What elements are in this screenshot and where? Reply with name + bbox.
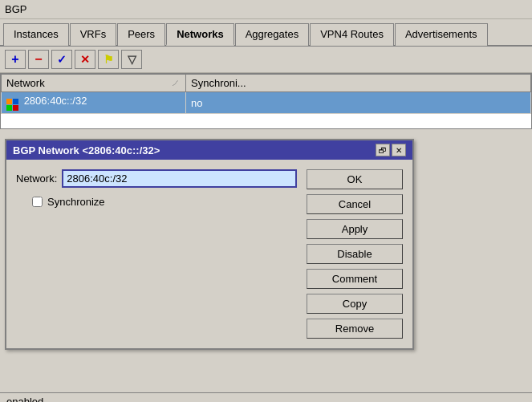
check-icon: ✓ bbox=[57, 53, 67, 66]
x-icon: ✕ bbox=[80, 53, 90, 66]
dialog-right-panel: OK Cancel Apply Disable Comment Copy Rem… bbox=[307, 169, 403, 339]
title-bar: BGP bbox=[0, 0, 532, 19]
tab-vrfs[interactable]: VRFs bbox=[70, 23, 117, 46]
ok-button[interactable]: OK bbox=[307, 169, 403, 189]
disable-button[interactable]: Disable bbox=[307, 244, 403, 264]
tab-networks[interactable]: Networks bbox=[166, 23, 234, 46]
cancel-x-button[interactable]: ✕ bbox=[75, 50, 95, 69]
status-text: enabled bbox=[6, 396, 43, 402]
dialog-body: Network: Synchronize OK Cancel Apply Dis… bbox=[6, 160, 412, 348]
check-button[interactable]: ✓ bbox=[51, 50, 72, 69]
network-squares-icon bbox=[6, 99, 18, 111]
add-icon: + bbox=[11, 52, 18, 67]
toolbar: + − ✓ ✕ ⚑ ▽ bbox=[0, 47, 532, 73]
dialog-title-buttons: 🗗 ✕ bbox=[376, 144, 406, 156]
flag-icon: ⚑ bbox=[104, 53, 114, 66]
main-area: BGP Network <2806:40c::/32> 🗗 ✕ Network:… bbox=[0, 129, 532, 402]
comment-button[interactable]: Comment bbox=[307, 269, 403, 289]
network-icon-group bbox=[6, 99, 21, 111]
remove-button-dialog[interactable]: Remove bbox=[307, 319, 403, 339]
dialog-left-panel: Network: Synchronize bbox=[16, 169, 297, 339]
tab-aggregates[interactable]: Aggregates bbox=[235, 23, 310, 46]
synchronize-checkbox[interactable] bbox=[32, 197, 43, 207]
add-button[interactable]: + bbox=[5, 50, 26, 69]
tab-advertisements[interactable]: Advertisements bbox=[395, 23, 488, 46]
tab-bar: Instances VRFs Peers Networks Aggregates… bbox=[0, 19, 532, 47]
network-label: Network: bbox=[16, 173, 57, 185]
dialog-restore-button[interactable]: 🗗 bbox=[376, 144, 390, 156]
filter-button[interactable]: ▽ bbox=[121, 50, 142, 69]
filter-icon: ▽ bbox=[128, 53, 136, 66]
tab-peers[interactable]: Peers bbox=[117, 23, 165, 46]
table-row[interactable]: 2806:40c::/32 no bbox=[2, 92, 531, 114]
tab-instances[interactable]: Instances bbox=[3, 23, 69, 46]
network-input[interactable] bbox=[62, 169, 297, 188]
app-title: BGP bbox=[5, 3, 26, 15]
network-field-row: Network: bbox=[16, 169, 297, 188]
cell-network: 2806:40c::/32 bbox=[2, 92, 186, 114]
cell-synchronize: no bbox=[186, 92, 531, 114]
col-network[interactable]: Network ⟋ bbox=[2, 75, 186, 92]
cancel-button[interactable]: Cancel bbox=[307, 194, 403, 214]
flag-button[interactable]: ⚑ bbox=[98, 50, 119, 69]
synchronize-label[interactable]: Synchronize bbox=[47, 196, 105, 208]
synchronize-row: Synchronize bbox=[16, 196, 297, 208]
remove-button[interactable]: − bbox=[28, 50, 49, 69]
tab-vpn4routes[interactable]: VPN4 Routes bbox=[310, 23, 394, 46]
dialog-close-button[interactable]: ✕ bbox=[392, 144, 406, 156]
status-bar: enabled bbox=[0, 392, 532, 402]
copy-button[interactable]: Copy bbox=[307, 294, 403, 314]
dialog-bgp-network: BGP Network <2806:40c::/32> 🗗 ✕ Network:… bbox=[5, 139, 414, 350]
dialog-title-bar: BGP Network <2806:40c::/32> 🗗 ✕ bbox=[6, 140, 412, 160]
networks-table: Network ⟋ Synchroni... 2806:40c: bbox=[0, 73, 532, 129]
minus-icon: − bbox=[35, 52, 42, 67]
dialog-title-text: BGP Network <2806:40c::/32> bbox=[13, 144, 160, 156]
col-synchronize[interactable]: Synchroni... bbox=[186, 75, 531, 92]
apply-button[interactable]: Apply bbox=[307, 219, 403, 239]
